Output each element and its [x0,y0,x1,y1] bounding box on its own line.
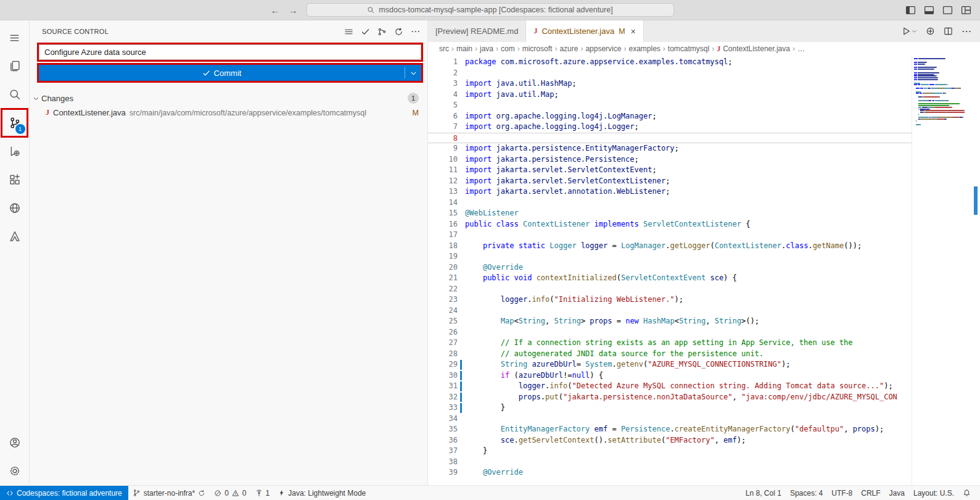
line-number[interactable]: 38 [428,457,458,468]
tab-readme-preview[interactable]: [Preview] README.md [428,20,526,42]
code-line-11[interactable]: 11import jakarta.servlet.ServletContextE… [428,165,912,176]
code-editor[interactable]: 1package com.microsoft.azure.appservice.… [428,56,980,485]
gutter-decoration[interactable] [458,381,465,392]
line-number[interactable]: 28 [428,349,458,360]
line-number[interactable]: 13 [428,186,458,198]
line-number[interactable]: 15 [428,208,458,219]
line-number[interactable]: 9 [428,143,458,154]
code-line-7[interactable]: 7import org.apache.logging.log4j.Logger; [428,122,912,133]
code-line-2[interactable]: 2 [428,68,912,79]
code-line-31[interactable]: 31 logger.info("Detected Azure MySQL con… [428,381,912,392]
breadcrumb-item[interactable]: java [479,44,495,53]
code-line-34[interactable]: 34 [428,414,912,425]
code-line-14[interactable]: 14 [428,198,912,209]
breadcrumb-item[interactable]: microsoft [521,44,554,53]
gutter-decoration[interactable] [458,165,465,176]
code-line-13[interactable]: 13import jakarta.servlet.annotation.WebL… [428,186,912,198]
gutter-decoration[interactable] [458,273,465,284]
settings-gear-icon[interactable] [0,457,30,485]
breadcrumb-item[interactable]: tomcatmysql [667,44,710,53]
menu-icon[interactable] [0,23,30,52]
account-icon[interactable] [0,428,30,457]
gutter-decoration[interactable] [458,359,465,370]
code-line-19[interactable]: 19 [428,251,912,262]
gutter-decoration[interactable] [458,327,465,338]
breadcrumb-item[interactable]: appservice [584,44,622,53]
java-status[interactable]: Java: Lightweight Mode [274,486,370,500]
line-number[interactable]: 20 [428,262,458,273]
code-line-39[interactable]: 39 @Override [428,467,912,478]
code-line-30[interactable]: 30 if (azureDbUrl!=null) { [428,370,912,381]
line-number[interactable]: 1 [428,57,458,68]
code-line-9[interactable]: 9import jakarta.persistence.EntityManage… [428,143,912,154]
line-number[interactable]: 24 [428,306,458,317]
gutter-decoration[interactable] [458,78,465,90]
keyboard-layout[interactable]: Layout: U.S. [909,486,958,500]
run-java-button[interactable] [902,27,917,36]
tab-contextlistener[interactable]: J ContextListener.java M × [526,20,643,42]
gutter-decoration[interactable] [458,370,465,381]
gutter-decoration[interactable] [458,294,465,306]
code-line-18[interactable]: 18 private static Logger logger = LogMan… [428,241,912,252]
gutter-decoration[interactable] [458,446,465,457]
cursor-position[interactable]: Ln 8, Col 1 [741,486,786,500]
code-line-15[interactable]: 15@WebListener [428,208,912,219]
code-line-17[interactable]: 17 [428,230,912,241]
line-number[interactable]: 23 [428,294,458,306]
gutter-decoration[interactable] [458,262,465,273]
encoding[interactable]: UTF-8 [827,486,857,500]
gutter-decoration[interactable] [458,90,465,101]
code-line-5[interactable]: 5 [428,100,912,111]
view-as-list-icon[interactable] [344,27,353,36]
editor-more-actions-icon[interactable]: ⋯ [961,25,971,37]
gutter-decoration[interactable] [458,154,465,165]
line-number[interactable]: 14 [428,198,458,209]
gutter-decoration[interactable] [458,198,465,209]
code-line-12[interactable]: 12import jakarta.servlet.ServletContextL… [428,176,912,187]
line-number[interactable]: 6 [428,111,458,122]
line-number[interactable]: 17 [428,230,458,241]
command-center-search[interactable]: msdocs-tomcat-mysql-sample-app [Codespac… [307,3,674,17]
toggle-primary-sidebar-icon[interactable] [905,5,916,15]
problems-indicator[interactable]: 0 0 [210,486,250,500]
commit-button[interactable]: Commit [39,65,421,81]
code-line-33[interactable]: 33 } [428,402,912,414]
customize-layout-icon[interactable] [961,5,971,15]
gutter-decoration[interactable] [458,338,465,349]
code-line-23[interactable]: 23 logger.info("Initializing WebListener… [428,294,912,306]
breadcrumb-item[interactable]: azure [558,44,579,53]
breadcrumb-item[interactable]: JContextListener.java [715,44,791,54]
commit-action-icon[interactable] [361,27,370,36]
gutter-decoration[interactable] [458,316,465,327]
line-number[interactable]: 11 [428,165,458,176]
gutter-decoration[interactable] [458,68,465,79]
code-line-27[interactable]: 27 // If a connection string exists as a… [428,338,912,349]
toggle-panel-icon[interactable] [924,5,934,15]
gutter-decoration[interactable] [458,176,465,187]
breadcrumb-item[interactable]: examples [627,44,661,53]
code-line-38[interactable]: 38 [428,457,912,468]
gutter-decoration[interactable] [458,143,465,154]
breadcrumb-item[interactable]: com [500,44,516,53]
indentation[interactable]: Spaces: 4 [786,486,827,500]
overview-ruler[interactable] [971,56,980,485]
line-number[interactable]: 26 [428,327,458,338]
line-number[interactable]: 33 [428,402,458,414]
code-line-36[interactable]: 36 sce.getServletContext().setAttribute(… [428,435,912,446]
run-debug-icon[interactable] [0,137,30,165]
code-line-26[interactable]: 26 [428,327,912,338]
line-number[interactable]: 12 [428,176,458,187]
line-number[interactable]: 35 [428,424,458,435]
code-line-10[interactable]: 10import jakarta.persistence.Persistence… [428,154,912,165]
line-number[interactable]: 3 [428,78,458,90]
line-number[interactable]: 21 [428,273,458,284]
code-line-1[interactable]: 1package com.microsoft.azure.appservice.… [428,57,912,68]
gutter-decoration[interactable] [458,208,465,219]
breadcrumb-item[interactable]: src [438,44,450,53]
back-button[interactable]: ← [271,5,280,15]
more-actions-icon[interactable]: ⋯ [411,26,420,37]
line-number[interactable]: 27 [428,338,458,349]
branch-indicator[interactable]: starter-no-infra* [128,486,210,500]
gutter-decoration[interactable] [458,284,465,295]
commit-dropdown-button[interactable] [405,65,421,81]
